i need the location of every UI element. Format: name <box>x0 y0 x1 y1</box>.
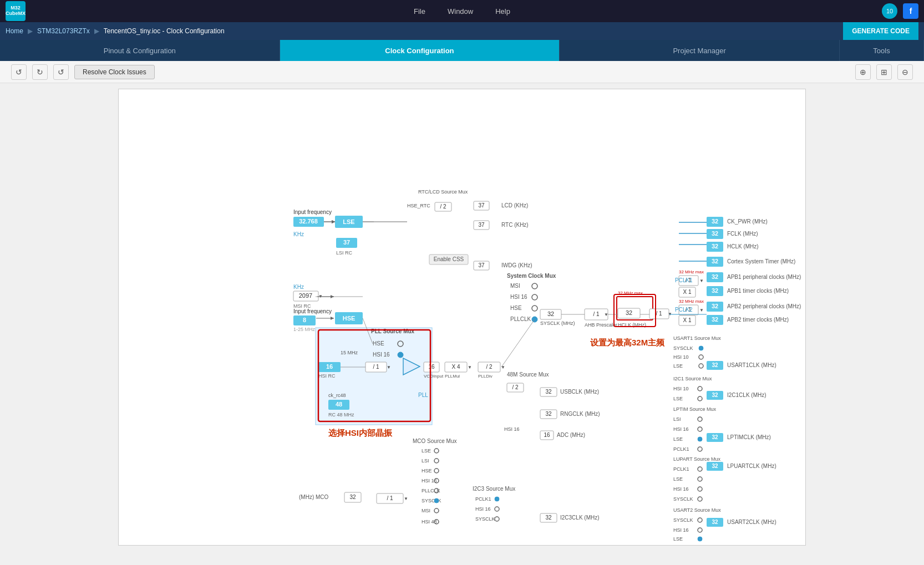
lptim-hsi16-radio[interactable] <box>698 427 702 431</box>
mco-sysclk-radio[interactable] <box>434 498 439 503</box>
fit-button[interactable]: ⊞ <box>876 64 892 80</box>
breadcrumb: Home ▶ STM32L073RZTx ▶ TencentOS_tiny.io… <box>0 22 924 40</box>
lptim-lsi-radio[interactable] <box>698 417 702 421</box>
mco-lse-radio[interactable] <box>434 449 439 453</box>
usb-label: USBCLK (MHz) <box>560 389 599 395</box>
tab-tools[interactable]: Tools <box>840 40 924 61</box>
lpuart-label: LPUARTCLK (MHz) <box>727 463 776 469</box>
lpuart-mux-label: LUPART Source Mux <box>673 456 721 462</box>
ck-pwr-label: CK_PWR (MHz) <box>727 218 768 225</box>
pll-div-dropdown[interactable]: ▼ <box>501 365 505 370</box>
lptim-pclk1: PCLK1 <box>673 446 689 452</box>
mco-msi: MSI <box>422 508 430 513</box>
i2c1-lse-radio[interactable] <box>698 396 702 401</box>
pclk2-dropdown[interactable]: ▼ <box>699 308 704 313</box>
diagram-svg: PLL Input frequency 32.768 KHz LSE 37 LS… <box>119 89 806 544</box>
user-icon[interactable]: 10 <box>882 3 897 19</box>
i2c3-pclk1-radio[interactable] <box>495 497 499 501</box>
lptim-pclk1-radio[interactable] <box>698 447 702 451</box>
lpuart-sysclk: SYSCLK <box>673 496 693 502</box>
zoom-out-button[interactable]: ⊖ <box>897 64 913 80</box>
pll-in-dropdown[interactable]: ▼ <box>387 365 391 370</box>
msi-radio[interactable] <box>532 283 537 289</box>
lpuart-sysclk-radio[interactable] <box>698 497 702 501</box>
lpuart-lse-radio[interactable] <box>698 477 702 481</box>
hsi16-mux-label: HSI 16 <box>510 294 527 300</box>
msi-unit: KHz <box>293 284 304 290</box>
hsi16-radio[interactable] <box>532 294 537 300</box>
i2c3-sysclk-radio[interactable] <box>495 517 499 521</box>
i2c3-mux-label: I2C3 Source Mux <box>473 486 515 492</box>
mco-msi-radio[interactable] <box>434 508 439 513</box>
lpuart-hsi16-radio[interactable] <box>698 487 702 491</box>
usart1-lse-radio[interactable] <box>699 364 703 368</box>
menu-file[interactable]: File <box>414 7 425 16</box>
rng-val: 32 <box>545 411 552 417</box>
menu-help[interactable]: Help <box>495 7 510 16</box>
cortex-val: 32 <box>712 258 718 264</box>
mco-output-val: 32 <box>349 494 356 500</box>
lpuart-pclk1-radio[interactable] <box>698 467 702 471</box>
pll-hsi16-label: HSI 16 <box>373 352 390 358</box>
i2c3-hsi16-radio[interactable] <box>495 507 499 511</box>
pll-mul-label: PLLMul <box>445 374 460 379</box>
adc-label: ADC (MHz) <box>557 432 585 438</box>
usart2-lse-radio[interactable] <box>698 537 702 541</box>
generate-code-button[interactable]: GENERATE CODE <box>843 22 918 40</box>
pll-in-div-val: / 1 <box>373 364 379 370</box>
ahb-dropdown[interactable]: ▼ <box>604 312 608 317</box>
msi-freq-val: 2097 <box>299 292 312 299</box>
apb2p-label: APB2 peripheral clocks (MHz) <box>727 303 801 309</box>
usart2-label: USART2CLK (MHz) <box>727 519 776 525</box>
breadcrumb-home[interactable]: Home <box>6 27 23 35</box>
apb1t-val: 32 <box>712 287 718 294</box>
i2c1-hsi10-radio[interactable] <box>698 386 702 391</box>
pll-hsi16-radio[interactable] <box>398 352 403 358</box>
usart1-hsi10-radio[interactable] <box>699 355 703 359</box>
zoom-in-button[interactable]: ⊕ <box>855 64 871 80</box>
redo-button[interactable]: ↻ <box>32 64 48 80</box>
apb1p-val: 32 <box>712 273 718 280</box>
usart1-sysclk-radio[interactable] <box>699 346 703 350</box>
mco-lsi-radio[interactable] <box>434 459 439 463</box>
i2c3-val: 32 <box>545 515 552 521</box>
lptim-lse-radio[interactable] <box>698 437 702 441</box>
mco-lse: LSE <box>422 448 431 454</box>
x1-apb2-val: X 1 <box>683 317 691 323</box>
tab-project[interactable]: Project Manager <box>560 40 840 61</box>
lcd-val: 37 <box>478 202 485 208</box>
lcd-khz-label: LCD (KHz) <box>501 202 528 208</box>
pclk1-dropdown[interactable]: ▼ <box>699 278 704 283</box>
sys-clk-mux-label: System Clock Mux <box>507 273 556 279</box>
lsi-rc-value: 37 <box>343 239 350 246</box>
mco-hse-radio[interactable] <box>434 469 439 473</box>
pll-mul-dropdown[interactable]: ▼ <box>468 365 472 370</box>
hse-radio[interactable] <box>532 306 537 311</box>
breadcrumb-chip[interactable]: STM32L073RZTx <box>37 27 90 35</box>
lptim-label: LPTIMCLK (MHz) <box>727 434 771 440</box>
tab-clock[interactable]: Clock Configuration <box>280 40 560 61</box>
resolve-clock-button[interactable]: Resolve Clock Issues <box>74 65 155 79</box>
hse-range: 1-25 MHz <box>293 327 316 332</box>
mco-div-dropdown[interactable]: ▼ <box>404 496 408 501</box>
ahb-label: AHB Prescaler <box>585 322 617 328</box>
refresh-button[interactable]: ↺ <box>53 64 69 80</box>
pllclk-mux-label: PLLCLK <box>510 316 531 322</box>
menu-window[interactable]: Window <box>448 7 473 16</box>
div2-label-rtc: / 2 <box>440 203 446 210</box>
menu-bar: M32CubeMX File Window Help 10 f <box>0 0 924 22</box>
usart2-hsi16-radio[interactable] <box>698 528 702 532</box>
undo-button[interactable]: ↺ <box>11 64 27 80</box>
rtc-lcd-mux-label: RTC/LCD Source Mux <box>418 189 468 195</box>
apb1t-label: APB1 timer clocks (MHz) <box>727 288 789 294</box>
tab-pinout[interactable]: Pinout & Configuration <box>0 40 280 61</box>
lptim-lse: LSE <box>673 436 683 442</box>
usart2-sysclk-radio[interactable] <box>698 518 702 522</box>
sysclk-label: SYSCLK (MHz) <box>540 320 575 326</box>
apb2t-val: 32 <box>712 316 718 323</box>
usart1-mux-label: USART1 Source Mux <box>673 335 721 341</box>
x1-apb1-val: X 1 <box>683 289 691 295</box>
facebook-icon[interactable]: f <box>903 3 918 19</box>
hsi16-adc-label: HSI 16 <box>504 426 520 432</box>
lptim-lsi: LSI <box>673 416 681 422</box>
